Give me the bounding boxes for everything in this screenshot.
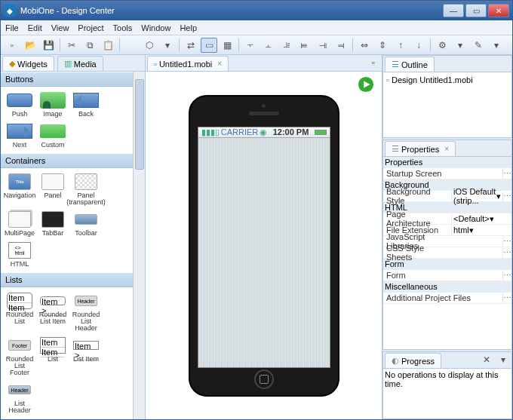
widget-rounded-list-item[interactable]: Item >Rounded List Item bbox=[37, 290, 69, 333]
minimize-button[interactable]: — bbox=[443, 4, 464, 17]
section-lists[interactable]: Lists bbox=[1, 272, 133, 287]
distribute-v-icon[interactable]: ⇕ bbox=[374, 38, 391, 53]
distribute-h-icon[interactable]: ⇔ bbox=[356, 38, 373, 53]
toolbar: ▫ 📂 💾 ✂ ⧉ 📋 ⬡ ▾ ⇄ ▭ ▦ ⫟ ⫠ ⫡ ⫢ ⫣ ⫤ ⇔ ⇕ ↑ … bbox=[1, 35, 512, 55]
android-icon[interactable]: ⬡ bbox=[141, 38, 158, 53]
phone-preview: ▮▮▮▯ CARRIER ◉ 12:00 PM bbox=[189, 95, 339, 397]
prop-background-style[interactable]: Background StyleiOS Default (strip...▾⋯ bbox=[383, 191, 511, 202]
progress-panel: ◐Progress ✕ ▾ No operations to display a… bbox=[382, 351, 512, 419]
menu-edit[interactable]: Edit bbox=[28, 23, 42, 32]
tab-progress[interactable]: ◐Progress bbox=[385, 353, 441, 368]
section-containers[interactable]: Containers bbox=[1, 153, 133, 168]
progress-clear-icon[interactable]: ✕ bbox=[478, 352, 495, 367]
title-bar: ◆ MobiOne - Design Center — ▭ ✕ bbox=[1, 1, 512, 20]
new-tab-icon[interactable]: ▫ bbox=[365, 55, 382, 70]
paste-icon[interactable]: 📋 bbox=[100, 38, 116, 53]
app-icon: ◆ bbox=[4, 5, 16, 17]
right-panels: ☰Outline ▫ Design Untitled1.mobi ☰Proper… bbox=[382, 55, 512, 419]
phone-screen[interactable]: ▮▮▮▯ CARRIER ◉ 12:00 PM bbox=[198, 127, 330, 368]
home-button[interactable] bbox=[254, 369, 274, 389]
design-canvas-area: ▫Untitled1.mobi× ▫ ▮▮▮▯ CARRIER ◉ 12:00 … bbox=[146, 55, 382, 419]
align-top-icon[interactable]: ⫢ bbox=[296, 38, 313, 53]
properties-close-icon[interactable]: × bbox=[444, 145, 449, 153]
tab-widgets[interactable]: ◆Widgets bbox=[2, 56, 54, 71]
open-icon[interactable]: 📂 bbox=[22, 38, 38, 53]
apple-icon[interactable] bbox=[123, 38, 140, 53]
prop-cat-misc[interactable]: Miscellaneous bbox=[383, 281, 511, 293]
widget-image[interactable]: Image bbox=[37, 90, 69, 119]
widget-toolbar[interactable]: Toolbar bbox=[70, 209, 102, 238]
cut-icon[interactable]: ✂ bbox=[63, 38, 80, 53]
grid-icon[interactable]: ▦ bbox=[219, 38, 235, 53]
battery-icon bbox=[315, 130, 327, 135]
menu-project[interactable]: Project bbox=[78, 23, 103, 32]
device-icon[interactable]: ▾ bbox=[159, 38, 176, 53]
widgets-scrollbar[interactable] bbox=[133, 72, 145, 419]
prop-additional-files[interactable]: Additional Project Files⋯ bbox=[383, 293, 511, 304]
order-up-icon[interactable]: ↑ bbox=[392, 38, 409, 53]
settings-icon[interactable]: ⚙ bbox=[434, 38, 450, 53]
new-icon[interactable]: ▫ bbox=[4, 38, 20, 53]
align-right-icon[interactable]: ⫡ bbox=[278, 38, 295, 53]
close-button[interactable]: ✕ bbox=[488, 4, 509, 17]
menu-tools[interactable]: Tools bbox=[113, 23, 133, 32]
widget-back[interactable]: Back bbox=[70, 90, 102, 119]
copy-icon[interactable]: ⧉ bbox=[81, 38, 98, 53]
carrier-label: CARRIER bbox=[221, 127, 259, 136]
tab-close-icon[interactable]: × bbox=[217, 60, 222, 68]
tab-media[interactable]: ▥Media bbox=[57, 56, 103, 71]
widget-navigation[interactable]: TitleNavigation bbox=[4, 171, 35, 207]
align-bottom-icon[interactable]: ⫤ bbox=[333, 38, 349, 53]
menu-bar: File Edit View Project Tools Window Help bbox=[1, 20, 512, 35]
align-center-icon[interactable]: ⫠ bbox=[260, 38, 277, 53]
widget-tabbar[interactable]: TabBar bbox=[37, 209, 69, 238]
widget-list[interactable]: ItemItemList bbox=[37, 335, 69, 378]
widget-panel-transparent[interactable]: Panel (transparent) bbox=[70, 171, 102, 207]
widgets-panel: ◆Widgets ▥Media Buttons Push Image Back … bbox=[1, 55, 146, 419]
save-icon[interactable]: 💾 bbox=[40, 38, 57, 53]
widget-rounded-list[interactable]: ItemItemRounded List bbox=[4, 290, 35, 333]
order-down-icon[interactable]: ↓ bbox=[410, 38, 427, 53]
widget-multipage[interactable]: MultiPage bbox=[4, 209, 35, 238]
design-mode-icon[interactable]: ▭ bbox=[201, 38, 217, 53]
widget-custom[interactable]: Custom bbox=[37, 121, 69, 150]
widget-list-item[interactable]: Item >List Item bbox=[70, 335, 102, 378]
progress-menu-icon[interactable]: ▾ bbox=[495, 352, 511, 367]
section-buttons[interactable]: Buttons bbox=[1, 72, 133, 87]
align-left-icon[interactable]: ⫟ bbox=[242, 38, 259, 53]
widget-next[interactable]: Next bbox=[4, 121, 35, 150]
prop-startup-screen[interactable]: Startup Screen⋯ bbox=[383, 168, 511, 179]
menu-window[interactable]: Window bbox=[141, 23, 170, 32]
tab-outline[interactable]: ☰Outline bbox=[385, 57, 435, 72]
widget-html[interactable]: <>htmlHTML bbox=[4, 240, 35, 269]
align-middle-icon[interactable]: ⫣ bbox=[315, 38, 331, 53]
widget-rounded-list-header[interactable]: HeaderRounded List Header bbox=[70, 290, 102, 333]
outline-panel: ☰Outline ▫ Design Untitled1.mobi bbox=[382, 55, 512, 138]
tab-properties[interactable]: ☰Properties× bbox=[385, 141, 456, 156]
widget-panel[interactable]: Panel bbox=[37, 171, 69, 207]
properties-panel: ☰Properties× Properties Startup Screen⋯ … bbox=[382, 139, 512, 350]
section-select-input[interactable]: Select & Input bbox=[1, 418, 133, 419]
wand-icon[interactable]: ✎ bbox=[470, 38, 487, 53]
status-bar: ▮▮▮▯ CARRIER ◉ 12:00 PM bbox=[198, 127, 330, 138]
prop-css-sheets[interactable]: CSS Style Sheets⋯ bbox=[383, 247, 511, 259]
progress-message: No operations to display at this time. bbox=[385, 370, 498, 388]
widget-list-header[interactable]: HeaderList Header bbox=[4, 379, 35, 415]
menu-help[interactable]: Help bbox=[180, 23, 197, 32]
maximize-button[interactable]: ▭ bbox=[465, 4, 487, 17]
menu-file[interactable]: File bbox=[5, 23, 19, 32]
window-title: MobiOne - Design Center bbox=[20, 6, 443, 15]
link-icon[interactable]: ⇄ bbox=[183, 38, 199, 53]
outline-root[interactable]: ▫ Design Untitled1.mobi bbox=[385, 74, 510, 86]
prop-form[interactable]: Form⋯ bbox=[383, 270, 511, 281]
prop-page-architecture[interactable]: Page Architecture<Default>▾ bbox=[383, 213, 511, 225]
widget-push[interactable]: Push bbox=[4, 90, 35, 119]
run-button[interactable] bbox=[358, 76, 374, 93]
prop-cat-properties[interactable]: Properties bbox=[383, 157, 511, 168]
widget-rounded-list-footer[interactable]: FooterRounded List Footer bbox=[4, 335, 35, 378]
menu-view[interactable]: View bbox=[51, 23, 69, 32]
tab-document[interactable]: ▫Untitled1.mobi× bbox=[147, 56, 229, 71]
dropdown-icon[interactable]: ▾ bbox=[452, 38, 468, 53]
clock-label: 12:00 PM bbox=[267, 127, 314, 136]
more-icon[interactable]: ▾ bbox=[488, 38, 505, 53]
